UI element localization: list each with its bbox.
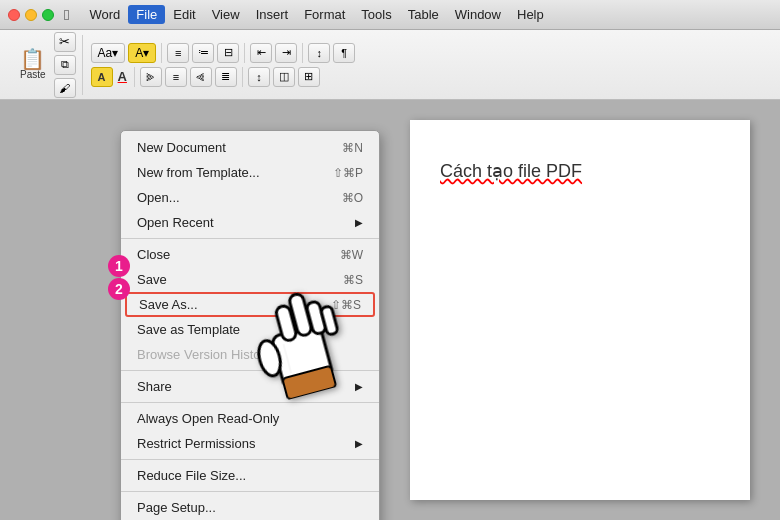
paragraph-button[interactable]: ¶ — [333, 43, 355, 63]
menu-save[interactable]: Save ⌘S — [121, 267, 379, 292]
paste-section: 📋 Paste ✂ ⧉ 🖌 — [8, 35, 83, 95]
traffic-lights — [8, 9, 54, 21]
font-style-button[interactable]: Aa▾ — [91, 43, 126, 63]
numbered-list-button[interactable]: ≔ — [192, 43, 214, 63]
paste-icon: 📋 — [20, 49, 45, 69]
menu-restrict-permissions[interactable]: Restrict Permissions ▶ — [121, 431, 379, 456]
border-button[interactable]: ⊞ — [298, 67, 320, 87]
increase-indent-button[interactable]: ⇥ — [275, 43, 297, 63]
menu-word[interactable]: Word — [81, 5, 128, 24]
font-color-button[interactable]: A — [118, 69, 127, 84]
separator-1 — [121, 238, 379, 239]
multilevel-list-button[interactable]: ⊟ — [217, 43, 239, 63]
menu-reduce-file-size[interactable]: Reduce File Size... — [121, 463, 379, 488]
cut-button[interactable]: ✂ — [54, 32, 76, 52]
sort-button[interactable]: ↕ — [308, 43, 330, 63]
menu-tools[interactable]: Tools — [353, 5, 399, 24]
justify-button[interactable]: ≣ — [215, 67, 237, 87]
menu-format[interactable]: Format — [296, 5, 353, 24]
menu-page-setup[interactable]: Page Setup... — [121, 495, 379, 520]
separator-5 — [121, 491, 379, 492]
separator-4 — [121, 459, 379, 460]
step-1-badge: 1 — [108, 255, 130, 277]
menu-table[interactable]: Table — [400, 5, 447, 24]
yellow-highlight-button[interactable]: A — [91, 67, 113, 87]
align-left-button[interactable]: ⫸ — [140, 67, 162, 87]
menu-view[interactable]: View — [204, 5, 248, 24]
toolbar-row-2: A A ⫸ ≡ ⫷ ≣ ↕ ◫ ⊞ — [91, 67, 356, 87]
menu-insert[interactable]: Insert — [248, 5, 297, 24]
close-button[interactable] — [8, 9, 20, 21]
menu-new-from-template[interactable]: New from Template... ⇧⌘P — [121, 160, 379, 185]
line-spacing-button[interactable]: ↕ — [248, 67, 270, 87]
menu-open[interactable]: Open... ⌘O — [121, 185, 379, 210]
decrease-indent-button[interactable]: ⇤ — [250, 43, 272, 63]
menu-edit[interactable]: Edit — [165, 5, 203, 24]
align-right-button[interactable]: ⫷ — [190, 67, 212, 87]
menu-close[interactable]: Close ⌘W — [121, 242, 379, 267]
app-window:  Word File Edit View Insert Format Tool… — [0, 0, 780, 520]
bullet-list-button[interactable]: ≡ — [167, 43, 189, 63]
fullscreen-button[interactable] — [42, 9, 54, 21]
paste-button[interactable]: 📋 Paste — [14, 45, 52, 84]
align-center-button[interactable]: ≡ — [165, 67, 187, 87]
menu-help[interactable]: Help — [509, 5, 552, 24]
menubar:  Word File Edit View Insert Format Tool… — [0, 0, 780, 30]
format-painter-button[interactable]: 🖌 — [54, 78, 76, 98]
toolbar-row-1: Aa▾ A▾ ≡ ≔ ⊟ ⇤ ⇥ ↕ ¶ — [91, 43, 356, 63]
menu-always-open-read-only[interactable]: Always Open Read-Only — [121, 406, 379, 431]
menu-window[interactable]: Window — [447, 5, 509, 24]
menu-open-recent[interactable]: Open Recent ▶ — [121, 210, 379, 235]
menu-new-document[interactable]: New Document ⌘N — [121, 135, 379, 160]
apple-menu[interactable]:  — [64, 6, 69, 23]
formatting-section: Aa▾ A▾ ≡ ≔ ⊟ ⇤ ⇥ ↕ ¶ A A ⫸ ≡ — [91, 43, 356, 87]
toolbar: 📋 Paste ✂ ⧉ 🖌 Aa▾ A▾ ≡ ≔ ⊟ ⇤ ⇥ — [0, 30, 780, 100]
highlight-button[interactable]: A▾ — [128, 43, 156, 63]
content-area: 1 2 New Document ⌘N New from Template...… — [0, 100, 780, 520]
paste-label: Paste — [20, 69, 46, 80]
document-content: Cách tạo file PDF — [440, 160, 720, 182]
copy-button[interactable]: ⧉ — [54, 55, 76, 75]
step-2-badge: 2 — [108, 278, 130, 300]
document-page: Cách tạo file PDF — [410, 120, 750, 500]
menu-file[interactable]: File — [128, 5, 165, 24]
shading-button[interactable]: ◫ — [273, 67, 295, 87]
minimize-button[interactable] — [25, 9, 37, 21]
